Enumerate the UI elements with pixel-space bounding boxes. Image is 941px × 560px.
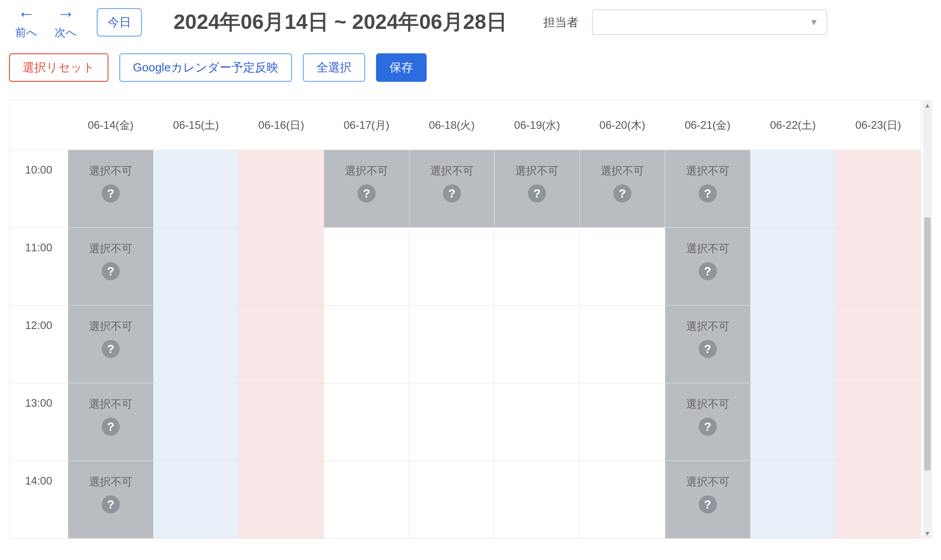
time-slot[interactable] [580,461,665,539]
time-label: 12:00 [9,306,68,383]
time-slot[interactable] [494,306,580,383]
help-icon[interactable]: ? [102,184,120,202]
next-button[interactable]: → 次へ [48,5,83,40]
help-icon[interactable]: ? [613,184,631,202]
slot-unavailable-label: 選択不可 [686,241,729,256]
slot-unavailable-label: 選択不可 [686,475,729,489]
time-slot[interactable] [239,306,324,383]
time-slot[interactable] [409,228,494,306]
help-icon[interactable]: ? [102,418,120,436]
time-slot[interactable] [750,228,836,306]
help-icon[interactable]: ? [102,340,120,358]
select-all-button[interactable]: 全選択 [303,53,365,82]
day-header: 06-16(日) [239,100,324,150]
slot-unavailable-label: 選択不可 [686,319,729,334]
time-slot[interactable]: 選択不可? [68,150,154,228]
arrow-left-icon: ← [18,5,36,23]
time-slot[interactable] [324,306,409,383]
time-slot[interactable]: 選択不可? [665,306,750,383]
slot-unavailable-label: 選択不可 [89,319,132,334]
time-slot[interactable] [239,461,324,539]
time-slot[interactable] [836,461,921,539]
help-icon[interactable]: ? [102,495,120,513]
prev-label: 前へ [15,25,38,40]
day-header: 06-20(木) [580,100,665,150]
time-slot[interactable] [153,461,239,539]
google-calendar-sync-button[interactable]: Googleカレンダー予定反映 [119,53,292,82]
help-icon[interactable]: ? [699,262,717,280]
time-slot[interactable] [750,461,836,539]
day-header: 06-15(土) [153,100,239,150]
time-slot[interactable] [153,228,239,306]
time-slot[interactable] [324,228,409,306]
prev-button[interactable]: ← 前へ [9,5,44,40]
scrollbar-thumb[interactable] [924,217,931,471]
time-slot[interactable] [494,383,580,461]
time-slot[interactable] [409,461,494,539]
time-slot[interactable] [409,306,494,383]
time-slot[interactable]: 選択不可? [68,306,154,383]
slot-unavailable-label: 選択不可 [89,397,132,411]
time-slot[interactable] [153,150,239,228]
time-slot[interactable]: 選択不可? [580,150,665,228]
date-range-title: 2024年06月14日 ~ 2024年06月28日 [174,8,507,36]
time-slot[interactable] [324,383,409,461]
next-label: 次へ [55,25,77,40]
time-slot[interactable] [409,383,494,461]
person-select[interactable]: ▼ [592,9,827,35]
scroll-up-icon: ▲ [923,102,932,109]
time-slot[interactable]: 選択不可? [665,461,750,539]
day-header: 06-23(日) [836,100,921,150]
time-slot[interactable] [239,228,324,306]
slot-unavailable-label: 選択不可 [601,164,644,178]
time-slot[interactable] [750,150,836,228]
time-slot[interactable]: 選択不可? [409,150,494,228]
time-slot[interactable] [239,383,324,461]
time-slot[interactable]: 選択不可? [68,461,154,539]
help-icon[interactable]: ? [699,418,717,436]
time-slot[interactable] [494,461,580,539]
time-label: 14:00 [9,461,68,539]
help-icon[interactable]: ? [699,495,717,513]
time-slot[interactable] [750,383,836,461]
time-slot[interactable] [494,228,580,306]
time-slot[interactable] [836,383,921,461]
day-header: 06-17(月) [324,100,409,150]
day-header: 06-21(金) [665,100,750,150]
time-slot[interactable] [239,150,324,228]
time-slot[interactable] [836,150,921,228]
time-slot[interactable]: 選択不可? [665,228,750,306]
time-slot[interactable]: 選択不可? [665,383,750,461]
vertical-scrollbar[interactable]: ▲ ▼ [923,100,932,539]
time-slot[interactable] [836,306,921,383]
time-slot[interactable] [580,228,665,306]
slot-unavailable-label: 選択不可 [686,164,729,178]
reset-selection-button[interactable]: 選択リセット [9,53,108,82]
chevron-down-icon: ▼ [809,17,819,28]
time-slot[interactable] [750,306,836,383]
save-button[interactable]: 保存 [376,53,427,82]
day-header: 06-22(土) [750,100,836,150]
time-slot[interactable]: 選択不可? [494,150,580,228]
help-icon[interactable]: ? [699,340,717,358]
today-button[interactable]: 今日 [97,8,142,37]
time-slot[interactable] [324,461,409,539]
slot-unavailable-label: 選択不可 [515,164,559,178]
help-icon[interactable]: ? [102,262,120,280]
help-icon[interactable]: ? [443,184,461,202]
time-slot[interactable] [580,383,665,461]
help-icon[interactable]: ? [528,184,546,202]
help-icon[interactable]: ? [358,184,376,202]
schedule-grid: 06-14(金)06-15(土)06-16(日)06-17(月)06-18(火)… [9,100,921,539]
time-slot[interactable]: 選択不可? [665,150,750,228]
time-slot[interactable] [836,228,921,306]
time-slot[interactable]: 選択不可? [324,150,409,228]
time-label: 11:00 [9,228,68,306]
time-slot[interactable] [153,383,239,461]
time-slot[interactable]: 選択不可? [68,383,154,461]
time-slot[interactable] [153,306,239,383]
time-label: 10:00 [9,150,68,228]
help-icon[interactable]: ? [699,184,717,202]
time-slot[interactable]: 選択不可? [68,228,154,306]
time-slot[interactable] [580,306,665,383]
